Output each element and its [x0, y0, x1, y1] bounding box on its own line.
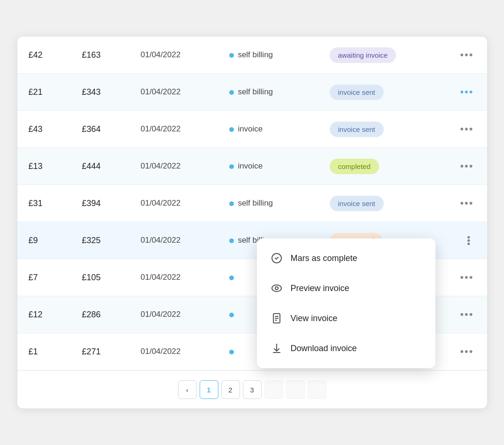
row-total: £364 [70, 111, 129, 148]
row-date: 01/04/2022 [129, 333, 218, 370]
pagination-page-1[interactable]: 1 [200, 380, 218, 399]
table-row: £43£36401/04/2022invoiceinvoice sent••• [17, 111, 487, 148]
status-badge: invoice sent [330, 196, 384, 211]
row-status: invoice sent [318, 74, 445, 111]
billing-dot-icon [229, 90, 234, 95]
row-status: invoice sent [318, 111, 445, 148]
row-date: 01/04/2022 [129, 111, 218, 148]
document-icon [270, 312, 283, 325]
more-options-button[interactable]: ••• [456, 269, 477, 285]
row-actions: ••• [445, 333, 487, 370]
row-date: 01/04/2022 [129, 222, 218, 259]
more-options-button[interactable]: ••• [456, 195, 477, 211]
more-options-button[interactable]: ••• [460, 232, 477, 248]
row-billing-type: invoice [218, 111, 318, 148]
pagination-page-3[interactable]: 3 [243, 380, 262, 399]
table-row: £31£39401/04/2022self billinginvoice sen… [17, 185, 487, 222]
row-billing-type: self billing [218, 185, 318, 222]
row-status: completed [318, 148, 445, 185]
row-actions: ••• [445, 185, 487, 222]
row-actions: ••• [445, 74, 487, 111]
more-options-button[interactable]: ••• [456, 47, 477, 63]
dropdown-item-label: View invoice [291, 314, 338, 323]
more-options-button[interactable]: ••• [456, 344, 477, 360]
row-status: awaiting invoice [318, 37, 445, 74]
row-amount: £7 [17, 259, 71, 296]
billing-dot-icon [229, 350, 234, 354]
row-date: 01/04/2022 [129, 74, 218, 111]
row-total: £343 [70, 74, 129, 111]
eye-icon [270, 282, 283, 295]
row-date: 01/04/2022 [129, 148, 218, 185]
billing-dot-icon [229, 313, 234, 317]
pagination-page-placeholder [286, 380, 305, 399]
status-badge: invoice sent [330, 122, 384, 137]
row-total: £444 [70, 148, 129, 185]
svg-point-1 [272, 285, 281, 292]
check-circle-icon [270, 252, 283, 265]
row-actions: ••• [445, 111, 487, 148]
status-badge: awaiting invoice [330, 47, 396, 63]
row-actions: ••• [445, 296, 487, 333]
dropdown-item-mark-complete[interactable]: Mars as complete [257, 243, 435, 273]
more-options-button[interactable]: ••• [456, 158, 477, 174]
row-date: 01/04/2022 [129, 37, 218, 74]
billing-dot-icon [229, 127, 234, 132]
row-actions: ••• [445, 37, 487, 74]
table-row: £42£16301/04/2022self billingawaiting in… [17, 37, 487, 74]
row-amount: £9 [17, 222, 71, 259]
more-options-button[interactable]: ••• [456, 307, 477, 322]
billing-dot-icon [229, 53, 234, 58]
row-total: £163 [70, 37, 129, 74]
row-total: £325 [70, 222, 129, 259]
more-options-button[interactable]: ••• [456, 121, 477, 137]
row-actions: ••• [445, 259, 487, 296]
row-billing-type: invoice [218, 148, 318, 185]
row-date: 01/04/2022 [129, 296, 218, 333]
main-container: £42£16301/04/2022self billingawaiting in… [17, 37, 487, 408]
pagination-page-placeholder [264, 380, 283, 399]
billing-dot-icon [229, 164, 234, 169]
dropdown-item-label: Preview invoice [291, 284, 349, 293]
dropdown-item-label: Mars as complete [291, 253, 357, 263]
row-amount: £12 [17, 296, 71, 333]
row-total: £286 [70, 296, 129, 333]
row-date: 01/04/2022 [129, 185, 218, 222]
billing-dot-icon [229, 238, 234, 243]
row-total: £105 [70, 259, 129, 296]
row-total: £271 [70, 333, 129, 370]
table-row: £13£44401/04/2022invoicecompleted••• [17, 148, 487, 185]
row-actions: ••• [445, 148, 487, 185]
row-date: 01/04/2022 [129, 259, 218, 296]
row-amount: £21 [17, 74, 71, 111]
row-amount: £31 [17, 185, 71, 222]
row-amount: £42 [17, 37, 71, 74]
row-total: £394 [70, 185, 129, 222]
row-amount: £13 [17, 148, 71, 185]
pagination-page-2[interactable]: 2 [221, 380, 240, 399]
more-options-button[interactable]: ••• [456, 84, 477, 100]
row-actions: ••• [445, 222, 487, 259]
svg-point-2 [275, 287, 278, 290]
table-row: £21£34301/04/2022self billinginvoice sen… [17, 74, 487, 111]
row-billing-type: self billing [218, 37, 318, 74]
status-badge: completed [330, 159, 379, 174]
billing-dot-icon [229, 276, 234, 280]
dropdown-item-view-invoice[interactable]: View invoice [257, 303, 435, 333]
row-billing-type: self billing [218, 74, 318, 111]
download-icon [270, 342, 283, 355]
dropdown-item-download-invoice[interactable]: Download invoice [257, 333, 435, 363]
row-status: invoice sent [318, 185, 445, 222]
dropdown-item-label: Download invoice [291, 344, 357, 353]
pagination-page-placeholder [308, 380, 326, 399]
row-amount: £1 [17, 333, 71, 370]
pagination-prev-button[interactable]: ‹ [178, 380, 197, 399]
dropdown-item-preview-invoice[interactable]: Preview invoice [257, 273, 435, 303]
billing-dot-icon [229, 201, 234, 206]
context-menu: Mars as completePreview invoiceView invo… [257, 238, 435, 368]
row-amount: £43 [17, 111, 71, 148]
status-badge: invoice sent [330, 84, 384, 100]
pagination: ‹123 [17, 370, 487, 408]
